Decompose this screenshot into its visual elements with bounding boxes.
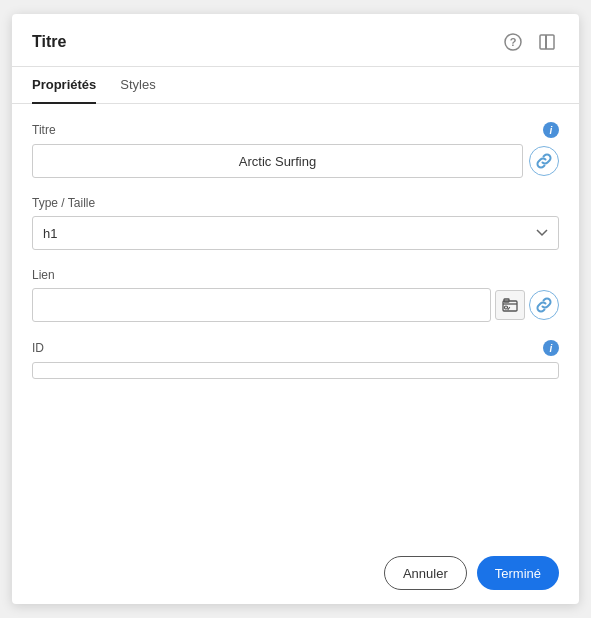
titre-link-icon (536, 153, 552, 169)
titre-label-row: Titre i (32, 122, 559, 138)
id-field-group: ID i (32, 340, 559, 379)
lien-field-group: Lien (32, 268, 559, 322)
help-icon: ? (504, 33, 522, 51)
expand-icon (538, 33, 556, 51)
tab-styles[interactable]: Styles (120, 67, 155, 104)
svg-rect-3 (545, 35, 547, 49)
tab-proprietes[interactable]: Propriétés (32, 67, 96, 104)
id-input[interactable] (32, 362, 559, 379)
lien-link-icon (536, 297, 552, 313)
type-taille-select-row: h1 h2 h3 h4 h5 h6 p (32, 216, 559, 250)
id-label-row: ID i (32, 340, 559, 356)
lien-input-row (32, 288, 559, 322)
lien-input[interactable] (32, 288, 491, 322)
svg-text:?: ? (510, 36, 517, 48)
lien-label: Lien (32, 268, 559, 282)
id-info-icon: i (543, 340, 559, 356)
id-label: ID (32, 341, 44, 355)
tabs-bar: Propriétés Styles (12, 67, 579, 104)
expand-button[interactable] (535, 30, 559, 54)
titre-input-row (32, 144, 559, 178)
properties-panel: Titre ? Propriétés Styles Tit (12, 14, 579, 604)
help-button[interactable]: ? (501, 30, 525, 54)
titre-link-button[interactable] (529, 146, 559, 176)
done-button[interactable]: Terminé (477, 556, 559, 590)
lien-browse-button[interactable] (495, 290, 525, 320)
cancel-button[interactable]: Annuler (384, 556, 467, 590)
panel-body: Titre i Type / Taille h1 h2 (12, 104, 579, 542)
browse-icon (502, 298, 518, 312)
header-icons: ? (501, 30, 559, 54)
titre-input[interactable] (32, 144, 523, 178)
panel-footer: Annuler Terminé (12, 542, 579, 604)
titre-info-icon: i (543, 122, 559, 138)
type-taille-select[interactable]: h1 h2 h3 h4 h5 h6 p (32, 216, 559, 250)
svg-point-6 (505, 306, 508, 309)
titre-field-group: Titre i (32, 122, 559, 178)
panel-header: Titre ? (12, 14, 579, 67)
titre-label: Titre (32, 123, 56, 137)
lien-link-button[interactable] (529, 290, 559, 320)
type-taille-label: Type / Taille (32, 196, 559, 210)
type-taille-field-group: Type / Taille h1 h2 h3 h4 h5 h6 p (32, 196, 559, 250)
panel-title: Titre (32, 33, 66, 51)
